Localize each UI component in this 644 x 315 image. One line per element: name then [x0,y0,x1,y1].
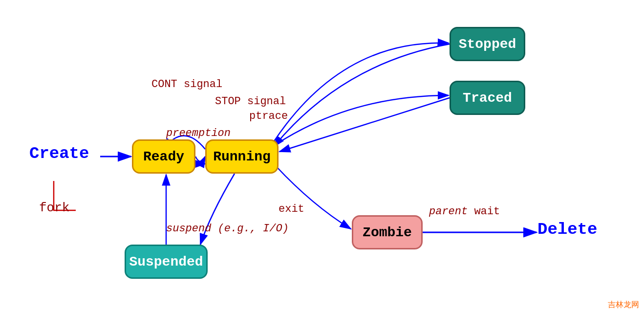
node-suspended: Suspended [125,245,208,279]
watermark: 吉林龙网 [608,300,639,310]
suspend-text: suspend (e.g., I/O) [166,223,289,235]
running-label: Running [213,149,271,164]
traced-label: Traced [463,90,512,106]
suspended-label: Suspended [129,254,203,270]
label-exit: exit [279,203,304,215]
label-fork: fork [39,201,69,215]
parent-wait-text: wait [474,205,500,218]
delete-text: Delete [537,220,597,239]
arrows-svg [0,0,644,315]
node-traced: Traced [450,81,525,115]
node-running: Running [205,139,279,174]
label-suspend: suspend (e.g., I/O) [166,223,289,235]
node-stopped: Stopped [450,27,525,61]
node-ready: Ready [132,139,195,174]
label-stop-signal: STOP signal [215,95,286,108]
create-text: Create [29,144,89,163]
label-create: Create [29,144,89,163]
label-cont-signal: CONT signal [151,78,222,90]
ptrace-text: ptrace [249,110,288,122]
ready-label: Ready [143,149,184,164]
preemption-text: preemption [166,127,231,139]
label-ptrace: ptrace [249,110,288,122]
cont-signal-text: CONT signal [151,78,222,90]
diagram-container: Ready Running Stopped Traced Zombie Susp… [0,0,644,315]
label-parent-wait: parent wait [429,205,500,218]
exit-text: exit [279,203,304,215]
stop-signal-text: STOP signal [215,95,286,108]
node-zombie: Zombie [352,215,423,249]
label-delete: Delete [537,220,597,239]
zombie-label: Zombie [363,225,412,240]
label-preemption: preemption [166,127,231,139]
stopped-label: Stopped [459,37,516,52]
fork-text: fork [39,201,69,215]
